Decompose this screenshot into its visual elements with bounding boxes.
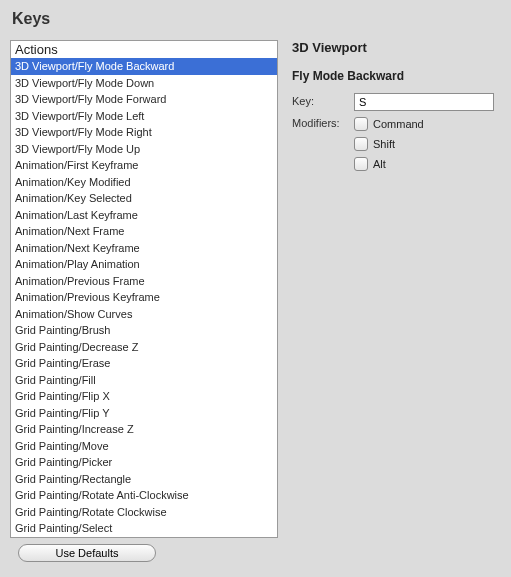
list-item[interactable]: Animation/Last Keyframe [11,207,277,224]
detail-heading: 3D Viewport [292,40,501,55]
modifiers-label: Modifiers: [292,115,354,129]
actions-listbox[interactable]: Actions 3D Viewport/Fly Mode Backward3D … [10,40,278,538]
modifier-label: Command [373,118,424,130]
list-item[interactable]: Grid Painting/Fill [11,372,277,389]
list-item[interactable]: Animation/Key Modified [11,174,277,191]
panel-content: Actions 3D Viewport/Fly Mode Backward3D … [10,40,501,562]
list-item[interactable]: 3D Viewport/Fly Mode Up [11,141,277,158]
key-input[interactable] [354,93,494,111]
modifiers-row: Modifiers: CommandShiftAlt [292,115,501,172]
list-item[interactable]: Animation/Key Selected [11,190,277,207]
list-item[interactable]: Animation/Previous Frame [11,273,277,290]
list-item[interactable]: 3D Viewport/Fly Mode Forward [11,91,277,108]
list-item[interactable]: Grid Painting/Decrease Z [11,339,277,356]
keys-panel: Keys Actions 3D Viewport/Fly Mode Backwa… [0,0,511,572]
list-item[interactable]: 3D Viewport/Fly Mode Right [11,124,277,141]
list-item[interactable]: Grid Painting/Brush [11,322,277,339]
list-item[interactable]: Grid Painting/Rotate Clockwise [11,504,277,521]
list-item[interactable]: Grid Painting/Flip X [11,388,277,405]
list-item[interactable]: Grid Painting/Flip Y [11,405,277,422]
list-item[interactable]: Grid Painting/Increase Z [11,421,277,438]
detail-column: 3D Viewport Fly Mode Backward Key: Modif… [292,40,501,176]
checkbox-icon[interactable] [354,117,368,131]
detail-subheading: Fly Mode Backward [292,69,501,83]
list-item[interactable]: Animation/Show Curves [11,306,277,323]
list-item[interactable]: Animation/Previous Keyframe [11,289,277,306]
list-item[interactable]: Grid Painting/Select [11,520,277,537]
modifiers-checks: CommandShiftAlt [354,115,424,172]
list-item[interactable]: Grid Painting/Move [11,438,277,455]
modifier-check[interactable]: Command [354,115,424,132]
key-label: Key: [292,93,354,107]
list-item[interactable]: Animation/First Keyframe [11,157,277,174]
list-item[interactable]: Animation/Next Keyframe [11,240,277,257]
list-item[interactable]: Grid Painting/Erase [11,355,277,372]
modifier-label: Alt [373,158,386,170]
list-item[interactable]: Animation/Next Frame [11,223,277,240]
checkbox-icon[interactable] [354,157,368,171]
list-column: Actions 3D Viewport/Fly Mode Backward3D … [10,40,278,562]
list-item[interactable]: Animation/Play Animation [11,256,277,273]
list-item[interactable]: ParticleSystem/Forward [11,537,277,539]
modifier-label: Shift [373,138,395,150]
list-item[interactable]: 3D Viewport/Fly Mode Down [11,75,277,92]
list-item[interactable]: Grid Painting/Rectangle [11,471,277,488]
list-item[interactable]: Grid Painting/Rotate Anti-Clockwise [11,487,277,504]
list-item[interactable]: Grid Painting/Picker [11,454,277,471]
panel-title: Keys [12,10,501,28]
modifier-check[interactable]: Shift [354,135,424,152]
key-row: Key: [292,93,501,111]
list-item[interactable]: 3D Viewport/Fly Mode Left [11,108,277,125]
modifier-check[interactable]: Alt [354,155,424,172]
checkbox-icon[interactable] [354,137,368,151]
list-header: Actions [11,41,277,58]
list-item[interactable]: 3D Viewport/Fly Mode Backward [11,58,277,75]
use-defaults-button[interactable]: Use Defaults [18,544,156,562]
